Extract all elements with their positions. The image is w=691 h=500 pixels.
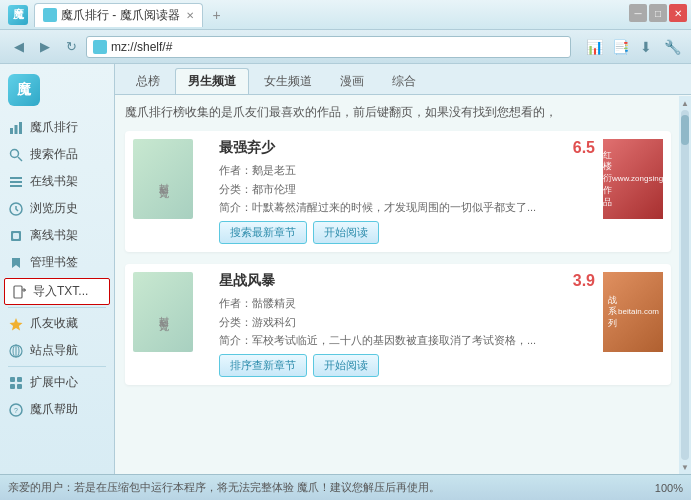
chart-icon[interactable]: 📊	[583, 36, 605, 58]
svg-line-4	[18, 157, 22, 161]
book-score-1: 6.5	[573, 139, 595, 157]
tab-icon	[43, 8, 57, 22]
status-text: 亲爱的用户：若是在压缩包中运行本程序，将无法完整体验 魔爪！建议您解压后再使用。	[8, 480, 655, 495]
sidebar-label-bookmarks: 管理书签	[30, 254, 78, 271]
scroll-thumb[interactable]	[681, 115, 689, 145]
svg-rect-20	[17, 384, 22, 389]
sidebar-item-online-shelf[interactable]: 在线书架	[0, 168, 114, 195]
maximize-button[interactable]: □	[649, 4, 667, 22]
sidebar-label-ranking: 魔爪排行	[30, 119, 78, 136]
svg-rect-17	[10, 377, 15, 382]
tab-female[interactable]: 女生频道	[251, 68, 325, 94]
download-icon[interactable]: ⬇	[635, 36, 657, 58]
browser-tab[interactable]: 魔爪排行 - 魔爪阅读器 ✕	[34, 3, 203, 27]
close-button[interactable]: ✕	[669, 4, 687, 22]
logo-icon: 魔	[8, 74, 40, 106]
tab-close-btn[interactable]: ✕	[186, 10, 194, 21]
divider-1	[8, 307, 106, 308]
book-cover-2: 封面暂无	[133, 272, 193, 352]
toolbar-icons: 📊 📑 ⬇ 🔧	[583, 36, 683, 58]
sidebar-item-ranking[interactable]: 魔爪排行	[0, 114, 114, 141]
sidebar-label-favorites: 爪友收藏	[30, 315, 78, 332]
svg-rect-5	[10, 177, 22, 179]
sidebar-label-help: 魔爪帮助	[30, 401, 78, 418]
real-cover-1: 红楼衍作品www.zongsing	[603, 139, 663, 219]
chart-icon	[8, 120, 24, 136]
book-actions-1: 搜索最新章节 开始阅读	[219, 221, 595, 244]
cover-placeholder-2: 封面暂无	[133, 272, 193, 352]
svg-rect-7	[10, 185, 22, 187]
svg-rect-1	[15, 125, 18, 134]
sidebar-item-site-nav[interactable]: 站点导航	[0, 337, 114, 364]
divider-2	[8, 366, 106, 367]
sidebar-item-offline-shelf[interactable]: 离线书架	[0, 222, 114, 249]
bookmark-icon[interactable]: 📑	[609, 36, 631, 58]
start-reading-btn-1[interactable]: 开始阅读	[313, 221, 379, 244]
svg-rect-18	[17, 377, 22, 382]
url-text: mz://shelf/#	[111, 40, 172, 54]
tab-total[interactable]: 总榜	[123, 68, 173, 94]
book-header-2: 星战风暴 3.9	[219, 272, 595, 290]
svg-rect-19	[10, 384, 15, 389]
intro-text: 魔爪排行榜收集的是爪友们最喜欢的作品，前后键翻页，如果没有找到您想看的，	[125, 103, 671, 121]
sidebar-item-expand[interactable]: 扩展中心	[0, 369, 114, 396]
sidebar-item-search[interactable]: 搜索作品	[0, 141, 114, 168]
cover-gap-2	[201, 272, 211, 377]
main-layout: 魔 魔爪排行 搜索作品 在线书架 浏览历史	[0, 64, 691, 474]
forward-button[interactable]: ▶	[34, 36, 56, 58]
sidebar-item-import[interactable]: 导入TXT...	[4, 278, 110, 305]
expand-icon	[8, 375, 24, 391]
bookshelf-icon	[8, 174, 24, 190]
search-latest-btn-2[interactable]: 排序查新章节	[219, 354, 307, 377]
tab-general[interactable]: 综合	[379, 68, 429, 94]
sidebar-item-favorites[interactable]: 爪友收藏	[0, 310, 114, 337]
svg-text:?: ?	[14, 407, 18, 414]
scroll-up-arrow[interactable]: ▲	[680, 98, 690, 108]
book-info-1: 最强弃少 6.5 作者：鹅是老五 分类：都市伦理 简介：叶默蓦然清醒过来的时候，…	[219, 139, 595, 244]
search-latest-btn-1[interactable]: 搜索最新章节	[219, 221, 307, 244]
history-icon	[8, 201, 24, 217]
real-cover-2: 战系列beitain.com	[603, 272, 663, 352]
address-input[interactable]: mz://shelf/#	[86, 36, 571, 58]
svg-rect-2	[19, 122, 22, 134]
tab-manga[interactable]: 漫画	[327, 68, 377, 94]
content-tabs: 总榜 男生频道 女生频道 漫画 综合	[115, 64, 691, 95]
title-bar: 魔 魔爪排行 - 魔爪阅读器 ✕ + ─ □ ✕	[0, 0, 691, 30]
zoom-control[interactable]: 100%	[655, 482, 683, 494]
book-actions-2: 排序查新章节 开始阅读	[219, 354, 595, 377]
back-button[interactable]: ◀	[8, 36, 30, 58]
svg-point-3	[11, 149, 19, 157]
scroll-track[interactable]	[681, 110, 689, 460]
book-title-2: 星战风暴	[219, 272, 275, 290]
sidebar-item-help[interactable]: ? 魔爪帮助	[0, 396, 114, 423]
tab-male[interactable]: 男生频道	[175, 68, 249, 94]
sidebar-label-offline-shelf: 离线书架	[30, 227, 78, 244]
scrollbar[interactable]: ▲ ▼	[679, 96, 691, 474]
search-icon	[8, 147, 24, 163]
tab-label: 魔爪排行 - 魔爪阅读器	[61, 7, 180, 24]
svg-marker-13	[10, 318, 23, 331]
start-reading-btn-2[interactable]: 开始阅读	[313, 354, 379, 377]
book-header-1: 最强弃少 6.5	[219, 139, 595, 157]
new-tab-button[interactable]: +	[207, 5, 227, 25]
scroll-down-arrow[interactable]: ▼	[680, 462, 690, 472]
offline-icon	[8, 228, 24, 244]
nav-icon	[8, 343, 24, 359]
status-bar: 亲爱的用户：若是在压缩包中运行本程序，将无法完整体验 魔爪！建议您解压后再使用。…	[0, 474, 691, 500]
refresh-button[interactable]: ↻	[60, 36, 82, 58]
book-item: 封面暂无 最强弃少 6.5 作者：鹅是老五 分类：都市伦理 简介：叶默蓦然清醒过…	[125, 131, 671, 252]
sidebar-label-online-shelf: 在线书架	[30, 173, 78, 190]
book-score-2: 3.9	[573, 272, 595, 290]
minimize-button[interactable]: ─	[629, 4, 647, 22]
book-meta-1: 作者：鹅是老五 分类：都市伦理 简介：叶默蓦然清醒过来的时候，才发现周围的一切似…	[219, 161, 595, 217]
settings-icon[interactable]: 🔧	[661, 36, 683, 58]
sidebar-item-history[interactable]: 浏览历史	[0, 195, 114, 222]
sidebar-logo: 魔	[0, 68, 114, 114]
book-item-2: 封面暂无 星战风暴 3.9 作者：骷髅精灵 分类：游戏科幻 简介：军校考试临近，…	[125, 264, 671, 385]
svg-rect-10	[13, 233, 19, 239]
site-icon	[93, 40, 107, 54]
sidebar-item-bookmarks[interactable]: 管理书签	[0, 249, 114, 276]
cover-gap	[201, 139, 211, 244]
sidebar-label-site-nav: 站点导航	[30, 342, 78, 359]
star-icon	[8, 316, 24, 332]
